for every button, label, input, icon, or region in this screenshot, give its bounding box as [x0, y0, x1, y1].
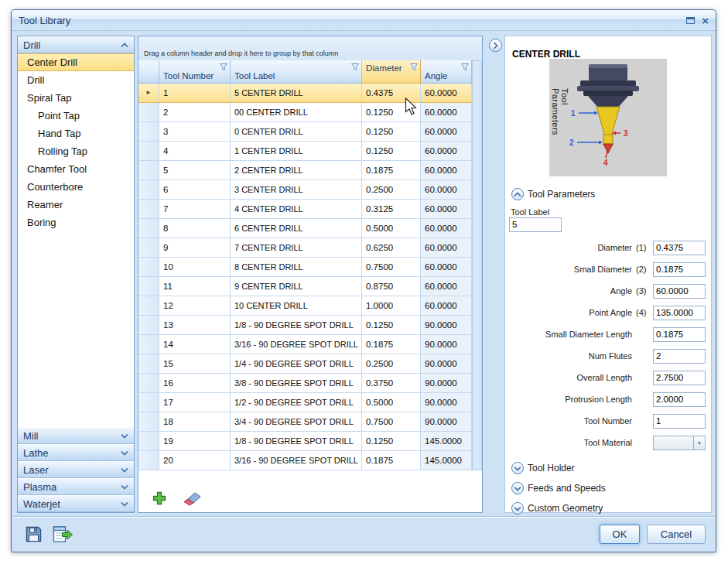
cell-angle: 90.0000 — [421, 393, 472, 412]
chevron-right-icon — [493, 42, 498, 50]
sidebar-item-spiral-tap[interactable]: Spiral Tap — [18, 89, 134, 107]
num-flutes-input[interactable]: 2 — [653, 349, 706, 364]
small-diameter-length-input[interactable]: 0.1875 — [653, 327, 706, 342]
row-indicator — [138, 412, 159, 432]
section-tool-parameters[interactable]: Tool Parameters — [511, 186, 595, 203]
sidebar-item-hand-tap[interactable]: Hand Tap — [18, 125, 134, 142]
sidebar-item-boring[interactable]: Boring — [18, 214, 134, 231]
table-row[interactable]: 183/4 - 90 DEGREE SPOT DRILL0.750090.000… — [138, 412, 472, 432]
section-label: Feeds and Speeds — [528, 483, 606, 494]
field-protrusion-length: Protrusion Length2.0000 — [509, 388, 706, 410]
table-row[interactable]: 163/8 - 90 DEGREE SPOT DRILL0.375090.000… — [138, 374, 472, 393]
cell-tool-label: 8 CENTER DRILL — [231, 258, 362, 277]
table-row[interactable]: 1210 CENTER DRILL1.000060.0000 — [138, 296, 472, 316]
column-header-diameter[interactable]: Diameter — [362, 60, 421, 84]
field-small-diameter: Small Diameter(2)0.1875 — [509, 258, 706, 280]
titlebar[interactable]: Tool Library × — [12, 10, 716, 31]
cell-tool-number: 7 — [159, 200, 231, 219]
table-row[interactable]: 63 CENTER DRILL0.250060.0000 — [138, 180, 472, 200]
sidebar-group-lathe[interactable]: Lathe — [18, 444, 134, 461]
filter-icon[interactable] — [350, 63, 360, 71]
point-angle-input[interactable]: 135.0000 — [653, 306, 706, 320]
cell-angle: 60.0000 — [421, 277, 472, 296]
sidebar-item-chamfer-tool[interactable]: Chamfer Tool — [18, 160, 134, 178]
sidebar-item-reamer[interactable]: Reamer — [18, 196, 134, 214]
filter-icon[interactable] — [219, 63, 228, 71]
protrusion-length-input[interactable]: 2.0000 — [653, 392, 706, 407]
cell-angle: 60.0000 — [421, 200, 472, 219]
sidebar-group-mill[interactable]: Mill — [18, 427, 134, 444]
field-overall-length: Overall Length2.7500 — [509, 367, 706, 388]
diameter-input[interactable]: 0.4375 — [653, 241, 706, 255]
collapse-panel-button[interactable] — [489, 39, 502, 52]
column-header-label: Tool Number — [163, 71, 214, 80]
row-indicator — [138, 238, 159, 258]
group-label: Mill — [23, 430, 39, 442]
table-row[interactable]: 200 CENTER DRILL0.125060.0000 — [138, 103, 472, 122]
maximize-icon — [686, 17, 695, 24]
cell-angle: 90.0000 — [421, 335, 472, 354]
filter-icon[interactable] — [409, 63, 419, 71]
tool-number-input[interactable]: 1 — [653, 414, 706, 429]
close-button[interactable]: × — [702, 15, 709, 26]
overall-length-input[interactable]: 2.7500 — [653, 371, 706, 385]
table-row[interactable]: 30 CENTER DRILL0.125060.0000 — [138, 122, 472, 142]
add-tool-button[interactable] — [146, 487, 173, 509]
chevron-down-icon — [121, 433, 128, 439]
table-row[interactable]: 86 CENTER DRILL0.500060.0000 — [138, 219, 472, 238]
section-tool-holder[interactable]: Tool Holder — [511, 460, 606, 477]
table-row[interactable]: 108 CENTER DRILL0.750060.0000 — [138, 258, 472, 277]
sidebar-item-point-tap[interactable]: Point Tap — [18, 107, 134, 125]
add-icon — [152, 491, 167, 506]
table-row[interactable]: ►15 CENTER DRILL0.437560.0000 — [138, 84, 472, 103]
cell-angle: 60.0000 — [421, 180, 472, 200]
sidebar-group-drill[interactable]: Drill — [18, 36, 134, 53]
tool-material-select[interactable]: ▾ — [653, 436, 706, 450]
angle-input[interactable]: 60.0000 — [653, 284, 706, 299]
row-indicator — [138, 161, 159, 180]
field-tool-material: Tool Material▾ — [509, 432, 706, 453]
field-diameter: Diameter(1)0.4375 — [509, 237, 706, 258]
cancel-button[interactable]: Cancel — [647, 525, 706, 544]
sidebar-item-rolling-tap[interactable]: Rolling Tap — [18, 142, 134, 160]
column-header-label: Tool Label — [234, 71, 275, 80]
maximize-button[interactable] — [686, 17, 695, 24]
section-feeds-and-speeds[interactable]: Feeds and Speeds — [511, 480, 606, 497]
table-row[interactable]: 74 CENTER DRILL0.312560.0000 — [138, 200, 472, 219]
import-export-button[interactable] — [51, 523, 74, 545]
cell-tool-label: 5 CENTER DRILL — [231, 84, 362, 103]
cell-tool-label: 10 CENTER DRILL — [231, 296, 362, 316]
sidebar-group-plasma[interactable]: Plasma — [18, 478, 134, 495]
delete-tool-button[interactable] — [179, 487, 205, 509]
sidebar-group-laser[interactable]: Laser — [18, 461, 134, 478]
sidebar-item-center-drill[interactable]: Center Drill — [18, 53, 134, 71]
small-diameter-input[interactable]: 0.1875 — [653, 262, 706, 277]
table-row[interactable]: 131/8 - 90 DEGREE SPOT DRILL0.125090.000… — [138, 316, 472, 335]
column-header-angle[interactable]: Angle — [421, 60, 472, 84]
sidebar-group-waterjet[interactable]: Waterjet — [18, 495, 134, 512]
cell-tool-label: 1/8 - 90 DEGREE SPOT DRILL — [231, 432, 362, 451]
tool-label-input[interactable]: 5 — [509, 217, 562, 232]
cell-diameter: 0.3125 — [362, 200, 421, 219]
table-row[interactable]: 52 CENTER DRILL0.187560.0000 — [138, 161, 472, 180]
table-row[interactable]: 97 CENTER DRILL0.625060.0000 — [138, 238, 472, 258]
group-by-drop-zone[interactable]: Drag a column header and drop it here to… — [138, 36, 482, 60]
table-row[interactable]: 143/16 - 90 DEGREE SPOT DRILL0.187590.00… — [138, 335, 472, 354]
table-row[interactable]: 191/8 - 90 DEGREE SPOT DRILL0.1250145.00… — [138, 432, 472, 451]
table-row[interactable]: 119 CENTER DRILL0.875060.0000 — [138, 277, 472, 296]
table-row[interactable]: 41 CENTER DRILL0.125060.0000 — [138, 142, 472, 161]
sidebar-item-drill[interactable]: Drill — [18, 71, 134, 89]
table-row[interactable]: 151/4 - 90 DEGREE SPOT DRILL0.250090.000… — [138, 354, 472, 374]
column-header-tool-number[interactable]: Tool Number — [159, 60, 231, 84]
vertical-scrollbar[interactable] — [472, 60, 482, 470]
field-label: Protrusion Length — [509, 395, 636, 404]
column-header-tool-label[interactable]: Tool Label — [231, 60, 362, 84]
save-library-button[interactable] — [22, 523, 45, 545]
filter-icon[interactable] — [460, 63, 470, 71]
ok-button[interactable]: OK — [600, 525, 640, 544]
section-custom-geometry[interactable]: Custom Geometry — [511, 500, 606, 517]
sidebar-item-counterbore[interactable]: Counterbore — [18, 178, 134, 196]
cell-tool-number: 2 — [159, 103, 231, 122]
table-row[interactable]: 203/16 - 90 DEGREE SPOT DRILL0.1875145.0… — [138, 451, 472, 470]
table-row[interactable]: 171/2 - 90 DEGREE SPOT DRILL0.500090.000… — [138, 393, 472, 412]
